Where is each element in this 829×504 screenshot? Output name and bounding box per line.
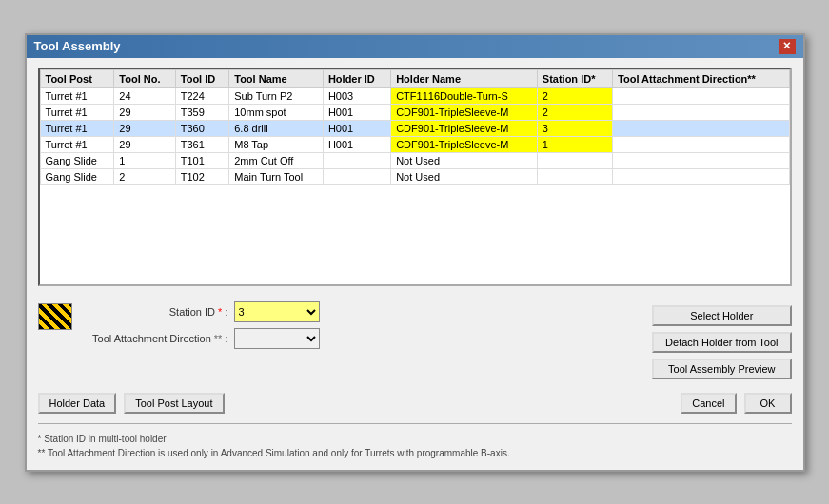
- cell-tool_name: Main Turn Tool: [229, 168, 324, 184]
- cell-holder_id: H001: [323, 104, 390, 120]
- cell-tool_name: 6.8 drill: [229, 120, 324, 136]
- col-tool-post: Tool Post: [40, 69, 114, 87]
- close-button[interactable]: ✕: [779, 39, 796, 54]
- cell-tool_post: Gang Slide: [40, 152, 114, 168]
- col-attachment-dir: Tool Attachment Direction**: [613, 69, 789, 87]
- right-buttons: Select Holder Detach Holder from Tool To…: [652, 301, 791, 379]
- cell-attachment_dir: [613, 120, 789, 136]
- cell-attachment_dir: [613, 104, 789, 120]
- bottom-buttons: Holder Data Tool Post Layout Cancel OK: [38, 393, 792, 414]
- cell-tool_post: Gang Slide: [40, 168, 114, 184]
- cell-holder_name: CDF901-TripleSleeve-M: [391, 120, 538, 136]
- footer-note1: * Station ID in multi-tool holder: [38, 432, 792, 446]
- form-fields: Station ID * : 12345 Tool Attachment Dir…: [82, 301, 643, 355]
- table-container[interactable]: Tool Post Tool No. Tool ID Tool Name Hol…: [38, 68, 792, 286]
- cell-holder_name: CTF1116Double-Turn-S: [391, 87, 538, 104]
- cell-attachment_dir: [613, 152, 789, 168]
- tool-post-layout-button[interactable]: Tool Post Layout: [124, 393, 224, 414]
- cell-holder_name: Not Used: [391, 168, 538, 184]
- cell-tool_id: T360: [175, 120, 228, 136]
- cell-holder_name: CDF901-TripleSleeve-M: [391, 104, 538, 120]
- cell-tool_no: 29: [114, 136, 175, 152]
- station-id-select[interactable]: 12345: [234, 301, 320, 322]
- cell-tool_name: M8 Tap: [229, 136, 324, 152]
- tool-assembly-dialog: Tool Assembly ✕ Tool Post Tool No. Tool …: [25, 33, 805, 472]
- cell-tool_no: 1: [114, 152, 175, 168]
- controls-section: Station ID * : 12345 Tool Attachment Dir…: [38, 296, 792, 385]
- cell-holder_id: [323, 152, 390, 168]
- cell-tool_id: T101: [175, 152, 228, 168]
- col-holder-id: Holder ID: [323, 69, 390, 87]
- col-tool-no: Tool No.: [114, 69, 175, 87]
- detach-holder-button[interactable]: Detach Holder from Tool: [652, 332, 791, 353]
- table-row[interactable]: Turret #129T361M8 TapH001CDF901-TripleSl…: [40, 136, 789, 152]
- title-bar: Tool Assembly ✕: [27, 35, 803, 58]
- cell-tool_id: T102: [175, 168, 228, 184]
- tool-assembly-preview-button[interactable]: Tool Assembly Preview: [652, 359, 791, 379]
- footer-notes: * Station ID in multi-tool holder ** Too…: [38, 432, 792, 460]
- dialog-body: Tool Post Tool No. Tool ID Tool Name Hol…: [27, 58, 803, 470]
- cell-tool_no: 24: [114, 87, 175, 104]
- table-row[interactable]: Turret #129T3606.8 drillH001CDF901-Tripl…: [40, 120, 789, 136]
- cell-tool_post: Turret #1: [40, 104, 114, 120]
- cell-tool_no: 2: [114, 168, 175, 184]
- table-row[interactable]: Turret #124T224Sub Turn P2H003CTF1116Dou…: [40, 87, 789, 104]
- cell-tool_no: 29: [114, 104, 175, 120]
- cell-holder_id: [323, 168, 390, 184]
- cell-station_id: 3: [537, 120, 612, 136]
- attachment-dir-note: **: [214, 333, 223, 344]
- cell-holder_name: Not Used: [391, 152, 538, 168]
- cell-tool_no: 29: [114, 120, 175, 136]
- col-tool-name: Tool Name: [229, 69, 324, 87]
- cell-tool_name: 10mm spot: [229, 104, 324, 120]
- tool-table: Tool Post Tool No. Tool ID Tool Name Hol…: [40, 69, 790, 185]
- cell-station_id: 1: [537, 136, 612, 152]
- footer-note2: ** Tool Attachment Direction is used onl…: [38, 446, 792, 460]
- attachment-dir-row: Tool Attachment Direction ** :: [82, 328, 643, 349]
- table-header-row: Tool Post Tool No. Tool ID Tool Name Hol…: [40, 69, 789, 87]
- cell-holder_name: CDF901-TripleSleeve-M: [391, 136, 538, 152]
- select-holder-button[interactable]: Select Holder: [652, 305, 791, 326]
- cell-attachment_dir: [613, 168, 789, 184]
- attachment-dir-select[interactable]: [234, 328, 320, 349]
- warning-icon: [38, 303, 72, 330]
- station-id-label: Station ID * :: [82, 306, 234, 318]
- cancel-button[interactable]: Cancel: [681, 393, 736, 414]
- ok-button[interactable]: OK: [744, 393, 792, 414]
- cell-attachment_dir: [613, 136, 789, 152]
- station-id-row: Station ID * : 12345: [82, 301, 643, 322]
- col-tool-id: Tool ID: [175, 69, 228, 87]
- cell-tool_id: T361: [175, 136, 228, 152]
- cell-station_id: 2: [537, 87, 612, 104]
- cell-holder_id: H001: [323, 136, 390, 152]
- separator: [38, 423, 792, 424]
- cell-station_id: 2: [537, 104, 612, 120]
- cell-tool_post: Turret #1: [40, 120, 114, 136]
- cell-holder_id: H003: [323, 87, 390, 104]
- dialog-title: Tool Assembly: [34, 39, 121, 53]
- table-row[interactable]: Gang Slide1T1012mm Cut OffNot Used: [40, 152, 789, 168]
- cell-tool_id: T224: [175, 87, 228, 104]
- cell-tool_id: T359: [175, 104, 228, 120]
- cell-tool_post: Turret #1: [40, 87, 114, 104]
- cell-attachment_dir: [613, 87, 789, 104]
- cell-station_id: [537, 168, 612, 184]
- holder-data-button[interactable]: Holder Data: [38, 393, 117, 414]
- col-holder-name: Holder Name: [391, 69, 538, 87]
- attachment-dir-label: Tool Attachment Direction ** :: [82, 333, 234, 344]
- cell-station_id: [537, 152, 612, 168]
- table-row[interactable]: Turret #129T35910mm spotH001CDF901-Tripl…: [40, 104, 789, 120]
- cell-tool_name: 2mm Cut Off: [229, 152, 324, 168]
- cell-tool_post: Turret #1: [40, 136, 114, 152]
- cell-holder_id: H001: [323, 120, 390, 136]
- col-station-id: Station ID*: [537, 69, 612, 87]
- station-id-required: *: [218, 306, 222, 318]
- table-row[interactable]: Gang Slide2T102Main Turn ToolNot Used: [40, 168, 789, 184]
- cell-tool_name: Sub Turn P2: [229, 87, 324, 104]
